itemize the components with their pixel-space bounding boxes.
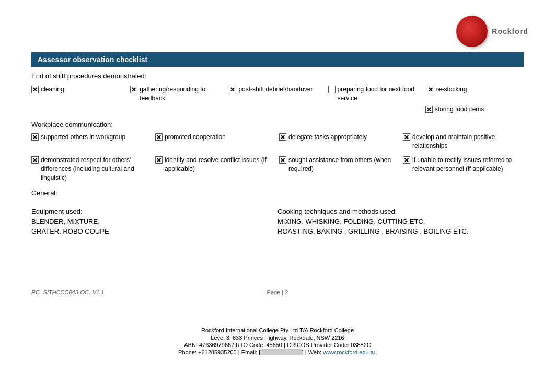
item-label: storing food items — [435, 105, 484, 114]
checkbox-checked-icon — [279, 133, 286, 141]
list-item: re-stocking — [427, 85, 524, 103]
cooking-label: Cooking techniques and methods used: — [278, 207, 397, 215]
list-item: delegate tasks appropriately — [279, 133, 400, 151]
footer-page: Page | 2 — [0, 289, 555, 295]
equipment-value-text-2: GRATER, ROBO COUPE — [31, 227, 109, 235]
list-item: post-shift debrief/handover — [229, 85, 326, 103]
footer-email: email protected — [260, 349, 302, 355]
item-label: sought assistance from others (when requ… — [288, 156, 400, 174]
item-label: cleaning — [41, 85, 64, 94]
item-label: promoted cooperation — [165, 133, 226, 142]
equipment-value-text-1: BLENDER, MIXTURE, — [31, 217, 100, 225]
equipment-values-row: BLENDER, MIXTURE, MIXING, WHISKING, FOLD… — [31, 217, 524, 225]
workplace-row1-grid: supported others in workgroup promoted c… — [31, 133, 524, 151]
checkbox-checked-icon — [155, 133, 163, 141]
item-label: preparing food for next food service — [338, 85, 425, 103]
section-header: Assessor observation checklist — [31, 52, 524, 67]
equipment-value-2: GRATER, ROBO COUPE — [31, 227, 278, 235]
general-section: General: — [31, 189, 524, 197]
footer-address: Level 3, 633 Princes Highway, Rockdale, … — [0, 335, 555, 341]
item-label: demonstrated respect for others' differe… — [41, 156, 152, 182]
intro-text: End of shift procedures demonstrated: — [31, 72, 524, 80]
workplace-row2-grid: demonstrated respect for others' differe… — [31, 156, 524, 182]
checkbox-checked-icon — [425, 106, 433, 113]
list-item: demonstrated respect for others' differe… — [31, 156, 152, 182]
footer-contact: Phone: +61285935200 | Email: [email prot… — [0, 349, 555, 355]
checkbox-checked-icon — [31, 86, 39, 93]
footer-email-suffix: ] — [302, 349, 304, 355]
list-item: if unable to rectify issues referred to … — [403, 156, 524, 182]
footer-web-label: | Web: — [305, 349, 321, 355]
item-label: re-stocking — [436, 85, 467, 94]
list-item: develop and maintain positive relationsh… — [403, 133, 524, 151]
workplace-label: Workplace communication: — [31, 121, 524, 129]
equipment-cooking-row: Equipment used: Cooking techniques and m… — [31, 207, 524, 215]
checkbox-checked-icon — [403, 133, 410, 141]
list-item: cleaning — [31, 85, 128, 103]
checkbox-checked-icon — [130, 86, 137, 93]
checkbox-checked-icon — [427, 86, 434, 93]
item-label: supported others in workgroup — [41, 133, 125, 142]
footer-web-link[interactable]: www.rockford.edu.au — [323, 349, 377, 355]
equipment-col: Equipment used: — [31, 207, 278, 215]
checkbox-checked-icon — [403, 156, 410, 164]
item-label: gathering/responding to feedback — [140, 85, 227, 103]
list-item: storing food items — [425, 105, 524, 114]
cooking-value-2: ROASTING, BAKING , GRILLING , BRAISING ,… — [278, 227, 524, 235]
brand-name: Rockford — [492, 27, 528, 36]
equipment-value-1: BLENDER, MIXTURE, — [31, 217, 278, 225]
item-label: identify and resolve conflict issues (if… — [165, 156, 276, 174]
footer-phone-label: Phone: +61285935200 | Email: [ — [178, 349, 260, 355]
end-of-shift-grid: cleaning gathering/responding to feedbac… — [31, 85, 524, 103]
cooking-value-text-1: MIXING, WHISKING, FOLDING, CUTTING ETC. — [278, 217, 425, 225]
list-item: identify and resolve conflict issues (if… — [155, 156, 276, 182]
item-label: if unable to rectify issues referred to … — [412, 156, 524, 174]
logo-text: Rockford — [492, 27, 528, 36]
equipment-label: Equipment used: — [31, 207, 83, 215]
item-label: post-shift debrief/handover — [238, 85, 313, 94]
checkbox-checked-icon — [279, 156, 286, 164]
list-item: preparing food for next food service — [328, 85, 425, 103]
footer-area: Rockford International College Pty Ltd T… — [0, 327, 555, 355]
footer-college: Rockford International College Pty Ltd T… — [0, 327, 555, 333]
section-title: Assessor observation checklist — [38, 55, 147, 64]
equipment-values-row-2: GRATER, ROBO COUPE ROASTING, BAKING , GR… — [31, 227, 524, 235]
list-item: promoted cooperation — [155, 133, 276, 151]
list-item: sought assistance from others (when requ… — [279, 156, 400, 182]
cooking-value-1: MIXING, WHISKING, FOLDING, CUTTING ETC. — [278, 217, 524, 225]
item-label: delegate tasks appropriately — [288, 133, 367, 142]
list-item: gathering/responding to feedback — [130, 85, 227, 103]
checkbox-checked-icon — [229, 86, 236, 93]
cooking-col: Cooking techniques and methods used: — [278, 207, 524, 215]
checkbox-checked-icon — [31, 133, 39, 141]
item-label: develop and maintain positive relationsh… — [412, 133, 524, 151]
logo-icon — [456, 16, 488, 47]
logo-area: Rockford — [450, 10, 534, 52]
footer-abn: ABN: 47636979667|RTO Code: 45650 | CRICO… — [0, 342, 555, 348]
cooking-value-text-2: ROASTING, BAKING , GRILLING , BRAISING ,… — [278, 227, 469, 235]
checkbox-empty-icon — [328, 86, 336, 93]
checkbox-checked-icon — [155, 156, 163, 164]
list-item: supported others in workgroup — [31, 133, 152, 151]
checkbox-checked-icon — [31, 156, 39, 164]
general-label: General: — [31, 189, 524, 197]
